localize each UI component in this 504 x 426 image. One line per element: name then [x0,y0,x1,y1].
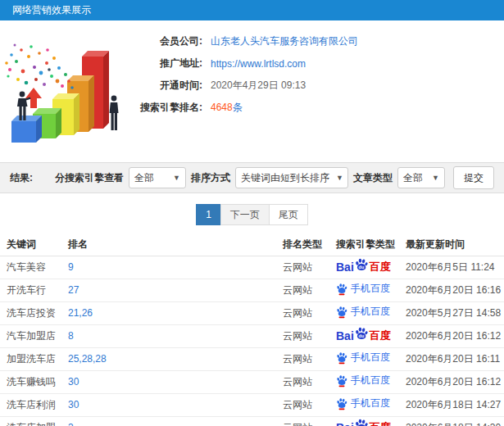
keyword-cell: 汽车加盟店 [0,324,68,347]
sort-filter-select[interactable]: 关键词由短到长排序 ▼ [235,167,348,188]
rank-count: 4648 [211,102,233,113]
header-rank: 排名 [68,234,283,256]
header-rank-type: 排名类型 [283,234,336,256]
engine-cell: 手机百度 [336,393,406,416]
rank-cell: 30 [68,370,283,393]
result-label: 结果: [10,171,33,185]
page-title: 网络营销效果展示 [12,4,91,16]
growth-chart-illustration [0,22,148,157]
member-company-link[interactable]: 山东老人头汽车服务咨询有限公司 [211,34,358,48]
type-filter-label: 文章类型 [353,171,393,185]
keyword-rank-table: 关键词 排名 排名类型 搜索引擎类型 最新更新时间 汽车美容 9 云网站 Bai… [0,234,504,426]
engine-cell: Bai du 百度 [336,256,406,279]
confetti [5,44,74,89]
rank-link[interactable]: 30 [68,376,79,387]
updated-cell: 2020年6月5日 11:24 [406,256,504,279]
baidu-mobile-paw-icon [336,283,347,296]
updated-cell: 2020年6月18日 14:27 [406,393,504,416]
updated-cell: 2020年6月20日 16:12 [406,324,504,347]
svg-text:du: du [358,265,364,270]
chevron-down-icon: ▼ [425,174,439,182]
chevron-down-icon: ▼ [329,174,343,182]
rank-link[interactable]: 9 [68,261,74,273]
pagination: 1 下一页 尾页 [0,204,504,225]
keyword-cell: 洗车店投资 [0,301,68,324]
baidu-wordmark-bai: Bai [336,421,354,426]
baidu-mobile-logo: 手机百度 [336,397,390,410]
rank-link[interactable]: 21,26 [68,307,93,319]
baidu-mobile-paw-icon [336,351,347,365]
table-header-row: 关键词 排名 排名类型 搜索引擎类型 最新更新时间 [0,234,504,256]
rank-link[interactable]: 8 [68,330,74,342]
keyword-cell: 洗车店利润 [0,393,68,416]
promo-url-link[interactable]: https://www.lrtlsd.com [211,58,306,70]
engine-cell: Bai du 百度 [336,324,406,347]
baidu-mobile-logo: 手机百度 [336,374,390,387]
baidu-mobile-label: 手机百度 [351,397,390,410]
engine-cell: 手机百度 [336,301,406,324]
table-row: 洗车店加盟 3 云网站 Bai du 百度 2020年6月18日 14:30 [0,416,504,426]
keyword-cell: 洗车店加盟 [0,416,68,426]
bar-blue [11,116,42,143]
baidu-wordmark-cn: 百度 [370,329,391,343]
svg-text:du: du [358,333,364,338]
rank-type-cell: 云网站 [283,393,336,416]
header-updated: 最新更新时间 [406,234,504,256]
baidu-mobile-paw-icon [336,306,347,319]
pagination-page-1[interactable]: 1 [196,204,221,225]
rank-count-unit[interactable]: 条 [233,102,243,113]
baidu-mobile-label: 手机百度 [351,351,390,365]
baidu-mobile-label: 手机百度 [351,282,390,296]
rank-cell: 8 [68,324,283,347]
baidu-mobile-logo: 手机百度 [336,305,390,319]
rank-type-cell: 云网站 [283,301,336,324]
rank-type-cell: 云网站 [283,324,336,347]
engine-filter-value: 全部 [134,171,154,185]
rank-link[interactable]: 25,28,28 [68,353,107,365]
updated-cell: 2020年6月20日 16:11 [406,347,504,370]
rank-cell: 25,28,28 [68,347,283,370]
keyword-cell: 开洗车行 [0,279,68,301]
rank-type-cell: 云网站 [283,256,336,279]
rank-cell: 21,26 [68,301,283,324]
open-time-value: 2020年4月29日 09:13 [211,79,306,93]
baidu-wordmark-cn: 百度 [370,420,391,426]
type-filter-select[interactable]: 全部 ▼ [397,167,445,188]
keyword-cell: 加盟洗车店 [0,347,68,370]
rank-link[interactable]: 30 [68,399,79,410]
engine-cell: 手机百度 [336,347,406,370]
keyword-cell: 洗车赚钱吗 [0,370,68,393]
updated-cell: 2020年6月20日 16:12 [406,370,504,393]
businessman-right [110,96,119,130]
type-filter-value: 全部 [403,171,423,185]
rank-link[interactable]: 3 [68,422,74,426]
rank-link[interactable]: 27 [68,284,79,296]
pagination-last-button[interactable]: 尾页 [269,204,308,225]
engine-cell: 手机百度 [336,279,406,301]
baidu-mobile-logo: 手机百度 [336,282,390,296]
marketing-report-page: 网络营销效果展示 [0,0,504,426]
header-engine-type: 搜索引擎类型 [336,234,406,256]
page-title-bar: 网络营销效果展示 [0,0,504,20]
sort-filter-value: 关键词由短到长排序 [241,171,329,185]
baidu-wordmark-cn: 百度 [370,260,391,274]
filter-bar: 结果: 分搜索引擎查看 全部 ▼ 排序方式 关键词由短到长排序 ▼ 文章类型 全… [0,162,504,193]
baidu-paw-icon: du [354,419,369,426]
table-row: 开洗车行 27 云网站 手机百度 2020年6月20日 16:16 [0,279,504,301]
table-row: 汽车加盟店 8 云网站 Bai du 百度 2020年6月20日 16:12 [0,324,504,347]
filter-controls: 分搜索引擎查看 全部 ▼ 排序方式 关键词由短到长排序 ▼ 文章类型 全部 ▼ … [55,166,494,189]
table-row: 洗车店投资 21,26 云网站 手机百度 2020年5月27日 14:58 [0,301,504,324]
pagination-next-button[interactable]: 下一页 [220,204,270,225]
rank-type-cell: 云网站 [283,279,336,301]
engine-cell: 手机百度 [336,370,406,393]
baidu-wordmark-bai: Bai [336,329,354,342]
table-row: 洗车赚钱吗 30 云网站 手机百度 2020年6月20日 16:12 [0,370,504,393]
baidu-paw-icon: du [354,327,369,342]
engine-rank-value: 4648条 [211,101,243,115]
header-keyword: 关键词 [0,234,68,256]
baidu-paw-icon: du [354,258,369,273]
table-body: 汽车美容 9 云网站 Bai du 百度 2020年6月5日 11:24 开洗车… [0,256,504,426]
submit-button[interactable]: 提交 [453,166,494,189]
engine-filter-select[interactable]: 全部 ▼ [129,167,186,188]
sort-filter-label: 排序方式 [191,171,230,185]
